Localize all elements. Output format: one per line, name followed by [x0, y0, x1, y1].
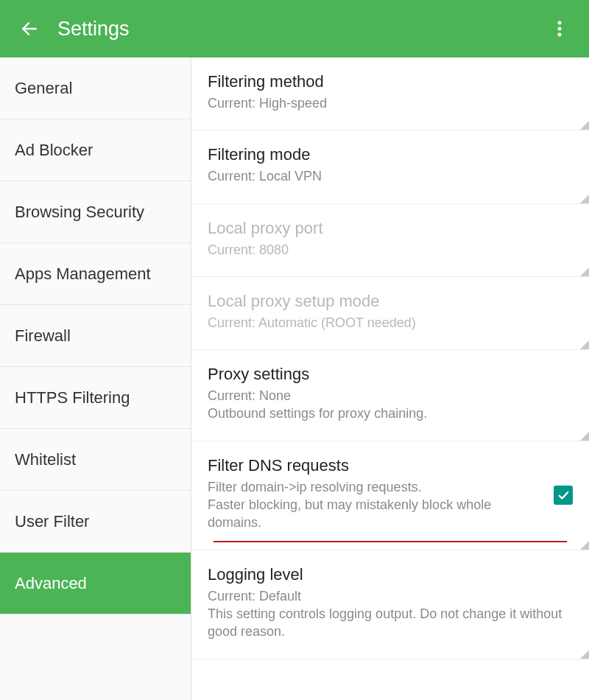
app-header: Settings: [0, 0, 589, 57]
setting-filter-dns-requests[interactable]: Filter DNS requestsFilter domain->ip res…: [191, 441, 589, 550]
setting-filtering-method[interactable]: Filtering methodCurrent: High-speed: [191, 57, 589, 130]
sidebar-item-label: Browsing Security: [15, 203, 144, 222]
resize-corner-icon: [580, 541, 589, 550]
page-title: Settings: [57, 18, 545, 41]
sidebar-item-label: General: [15, 79, 72, 98]
sidebar-item-firewall[interactable]: Firewall: [0, 305, 191, 367]
setting-subtitle: Current: Automatic (ROOT needed): [208, 314, 573, 332]
body: GeneralAd BlockerBrowsing SecurityApps M…: [0, 57, 589, 700]
setting-title: Logging level: [208, 565, 573, 584]
sidebar-item-label: HTTPS Filtering: [15, 388, 130, 407]
resize-corner-icon: [580, 195, 589, 203]
setting-subtitle: Current: Default This setting controls l…: [208, 587, 573, 641]
more-vert-icon: [557, 21, 562, 37]
setting-subtitle: Current: None Outbound settings for prox…: [208, 387, 573, 423]
resize-corner-icon: [580, 432, 589, 441]
more-button[interactable]: [545, 14, 574, 43]
sidebar-item-label: Apps Management: [15, 265, 151, 284]
setting-subtitle: Current: Local VPN: [208, 167, 573, 185]
setting-proxy-settings[interactable]: Proxy settingsCurrent: None Outbound set…: [191, 350, 589, 441]
sidebar: GeneralAd BlockerBrowsing SecurityApps M…: [0, 57, 191, 700]
svg-point-1: [558, 21, 562, 25]
sidebar-item-label: Whitelist: [15, 450, 76, 469]
resize-corner-icon: [580, 340, 589, 349]
sidebar-item-browsing-security[interactable]: Browsing Security: [0, 181, 191, 243]
setting-title: Proxy settings: [208, 365, 573, 384]
setting-title: Filtering method: [208, 72, 573, 91]
back-button[interactable]: [15, 14, 44, 43]
setting-title: Filter DNS requests: [208, 456, 537, 475]
setting-local-proxy-port: Local proxy portCurrent: 8080: [191, 204, 589, 277]
check-icon: [557, 489, 570, 502]
setting-title: Local proxy setup mode: [208, 292, 573, 311]
sidebar-item-user-filter[interactable]: User Filter: [0, 491, 191, 553]
setting-filtering-mode[interactable]: Filtering modeCurrent: Local VPN: [191, 130, 589, 203]
setting-subtitle: Current: High-speed: [208, 94, 573, 112]
content-panel[interactable]: Filtering methodCurrent: High-speedFilte…: [191, 57, 589, 700]
setting-local-proxy-setup-mode: Local proxy setup modeCurrent: Automatic…: [191, 277, 589, 350]
sidebar-item-label: Firewall: [15, 326, 71, 346]
sidebar-item-general[interactable]: General: [0, 57, 191, 119]
setting-subtitle: Filter domain->ip resolving requests. Fa…: [208, 478, 524, 532]
checkbox-filter-dns-requests[interactable]: [554, 486, 573, 505]
sidebar-item-apps-management[interactable]: Apps Management: [0, 243, 191, 305]
sidebar-item-ad-blocker[interactable]: Ad Blocker: [0, 119, 191, 181]
setting-title: Local proxy port: [208, 219, 573, 238]
sidebar-item-label: Ad Blocker: [15, 141, 93, 160]
svg-point-3: [558, 33, 562, 37]
sidebar-item-label: User Filter: [15, 512, 89, 531]
resize-corner-icon: [580, 267, 589, 276]
setting-logging-level[interactable]: Logging levelCurrent: Default This setti…: [191, 550, 589, 659]
highlight-underline: [214, 541, 567, 542]
setting-title: Filtering mode: [208, 145, 573, 164]
sidebar-item-https-filtering[interactable]: HTTPS Filtering: [0, 367, 191, 429]
svg-point-2: [558, 27, 562, 31]
resize-corner-icon: [580, 121, 589, 130]
sidebar-item-advanced[interactable]: Advanced: [0, 553, 191, 615]
sidebar-item-label: Advanced: [15, 574, 87, 593]
setting-subtitle: Current: 8080: [208, 241, 573, 259]
resize-corner-icon: [580, 650, 589, 659]
sidebar-item-whitelist[interactable]: Whitelist: [0, 429, 191, 491]
back-arrow-icon: [20, 19, 39, 38]
